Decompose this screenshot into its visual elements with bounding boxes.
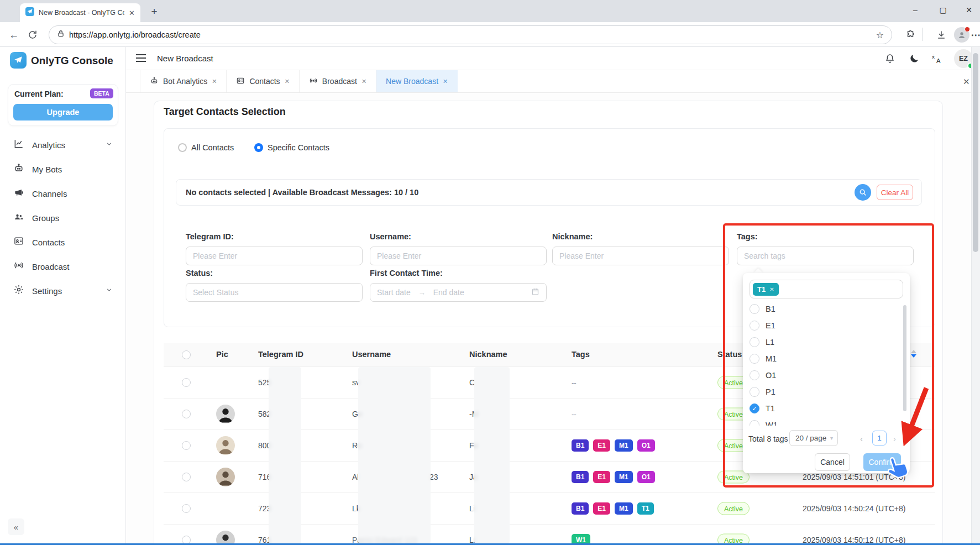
tag-chip-b1: B1: [572, 502, 589, 515]
workspace-tab-label: Contacts: [249, 77, 280, 86]
blur-overlay-nickname: [474, 367, 510, 543]
new-tab-button[interactable]: +: [148, 6, 160, 18]
workspace-tab-label: Bot Analytics: [163, 77, 207, 86]
row-checkbox[interactable]: [182, 378, 191, 387]
tag-chip-b1: B1: [572, 439, 589, 452]
search-button[interactable]: [855, 184, 871, 201]
tab-close-icon[interactable]: ✕: [285, 78, 290, 85]
refresh-icon[interactable]: [25, 28, 40, 42]
workspace-tab-label: New Broadcast: [386, 77, 438, 86]
tag-chip-b1: B1: [572, 471, 589, 483]
page-scrollbar-thumb[interactable]: [973, 53, 978, 252]
row-checkbox[interactable]: [182, 410, 191, 418]
radio-specific-contacts[interactable]: [254, 143, 263, 152]
svg-text:ẋ: ẋ: [932, 54, 935, 60]
sidebar-item-label: Settings: [32, 286, 106, 296]
workspace-tab-broadcast[interactable]: Broadcast✕: [300, 70, 376, 92]
dark-mode-moon-icon[interactable]: [909, 53, 921, 65]
sidebar-item-my-bots[interactable]: My Bots: [0, 157, 126, 181]
no-tags-placeholder: --: [572, 379, 577, 387]
download-icon[interactable]: [934, 28, 948, 42]
tab-close-icon[interactable]: ✕: [129, 9, 135, 17]
nickname-input[interactable]: Please Enter: [552, 247, 729, 265]
user-avatar[interactable]: EZ: [954, 49, 973, 68]
hamburger-menu-icon[interactable]: [135, 53, 146, 63]
radio-specific-contacts-label[interactable]: Specific Contacts: [268, 143, 329, 152]
tags-cell: W1: [572, 525, 590, 545]
translate-language-icon[interactable]: ẋA: [931, 53, 943, 65]
col-telegram-id: Telegram ID: [258, 350, 303, 359]
tag-chip-m1: M1: [615, 439, 633, 452]
tag-chip-e1: E1: [593, 471, 610, 483]
back-icon[interactable]: ←: [7, 28, 21, 42]
bookmark-star-icon[interactable]: ☆: [876, 30, 884, 40]
telegram-id-input[interactable]: Please Enter: [186, 247, 363, 265]
clear-all-button[interactable]: Clear All: [877, 185, 913, 200]
workspace-tab-new-broadcast[interactable]: New Broadcast✕: [376, 70, 458, 92]
row-checkbox[interactable]: [182, 504, 191, 513]
tag-chip-o1: O1: [637, 439, 655, 452]
plan-label: Current Plan:: [14, 90, 64, 98]
extensions-icon[interactable]: [903, 28, 918, 42]
row-checkbox[interactable]: [182, 473, 191, 481]
contact-card-icon: [13, 235, 24, 249]
username-suffix: 23: [429, 473, 438, 481]
first-contact-time: 2025/09/03 14:50:24 (UTC+8): [803, 504, 905, 513]
workspace-tab-bot-analytics[interactable]: Bot Analytics✕: [140, 70, 227, 92]
browser-profile-avatar[interactable]: [954, 27, 969, 43]
sidebar-collapse-button[interactable]: «: [8, 518, 24, 535]
avatar-initials: EZ: [959, 55, 968, 62]
upgrade-button[interactable]: Upgrade: [13, 104, 113, 120]
col-nickname: Nickname: [469, 350, 507, 359]
workspace-tab-contacts[interactable]: Contacts✕: [227, 70, 299, 92]
sidebar-item-settings[interactable]: Settings: [0, 279, 126, 303]
favicon-paper-plane-icon: [25, 7, 34, 18]
col-username: Username: [352, 350, 391, 359]
url-bar[interactable]: https://app.onlytg.io/broadcast/create ☆: [49, 25, 892, 44]
sidebar-menu: AnalyticsMy BotsChannelsGroupsContactsBr…: [0, 133, 126, 303]
lock-icon: [57, 30, 65, 40]
tag-chip-e1: E1: [593, 439, 610, 452]
beta-badge: BETA: [90, 88, 113, 98]
browser-menu-icon[interactable]: ⋯: [968, 28, 980, 42]
contact-avatar: [216, 468, 235, 486]
sidebar-item-contacts[interactable]: Contacts: [0, 230, 126, 254]
analytics-icon: [13, 138, 24, 151]
sidebar-item-analytics[interactable]: Analytics: [0, 133, 126, 157]
tab-close-icon[interactable]: ✕: [443, 78, 448, 85]
toolbar-divider: [922, 28, 923, 41]
sidebar-item-groups[interactable]: Groups: [0, 206, 126, 230]
tab-close-icon[interactable]: ✕: [212, 78, 217, 85]
radio-all-contacts[interactable]: [178, 143, 187, 152]
status-select[interactable]: Select Status: [186, 283, 363, 302]
browser-tab[interactable]: New Broadcast - OnlyTG Console ✕: [20, 3, 140, 22]
status-badge: Active: [717, 502, 750, 515]
window-maximize-button[interactable]: ▢: [930, 0, 956, 20]
nickname-label: Nickname:: [552, 232, 593, 241]
calendar-icon: [531, 287, 539, 297]
row-checkbox[interactable]: [182, 441, 191, 450]
window-close-button[interactable]: ✕: [956, 0, 980, 20]
radio-all-contacts-label[interactable]: All Contacts: [191, 143, 234, 152]
start-date-placeholder: Start date: [377, 288, 411, 297]
screenshot-root: New Broadcast - OnlyTG Console ✕ + – ▢ ✕…: [0, 0, 980, 545]
close-all-tabs-icon[interactable]: ✕: [963, 77, 970, 87]
contact-avatar: [216, 405, 235, 423]
select-all-checkbox[interactable]: [182, 350, 191, 359]
notifications-bell-icon[interactable]: [884, 53, 897, 65]
selection-summary-text: No contacts selected | Available Broadca…: [186, 188, 418, 197]
window-minimize-button[interactable]: –: [903, 0, 928, 20]
date-range-input[interactable]: Start date → End date: [370, 283, 547, 302]
tag-chip-m1: M1: [615, 471, 633, 483]
sidebar-item-channels[interactable]: Channels: [0, 181, 126, 206]
chevron-down-icon: [106, 140, 113, 150]
col-pic: Pic: [216, 350, 228, 359]
browser-tab-strip: New Broadcast - OnlyTG Console ✕ + – ▢ ✕: [0, 0, 980, 22]
brand-name: OnlyTG Console: [31, 55, 113, 67]
megaphone-icon: [13, 187, 24, 200]
username-input[interactable]: Please Enter: [370, 247, 547, 265]
bot-icon: [150, 76, 159, 87]
tab-close-icon[interactable]: ✕: [361, 78, 366, 85]
svg-text:A: A: [936, 57, 941, 65]
sidebar-item-broadcast[interactable]: Broadcast: [0, 254, 126, 279]
